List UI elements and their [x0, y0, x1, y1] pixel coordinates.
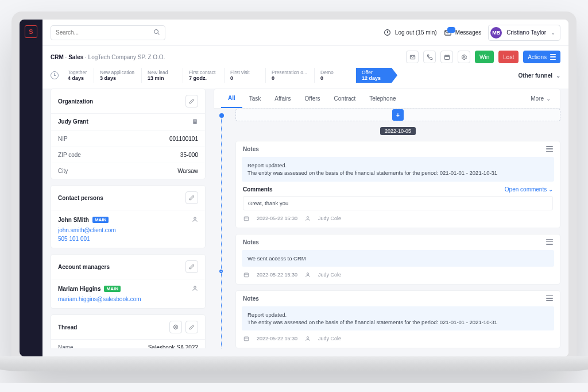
logout-link[interactable]: Log out (15 min)	[384, 29, 437, 37]
edit-contacts-button[interactable]	[185, 191, 198, 204]
org-contact-name: Judy Grant	[58, 118, 88, 126]
messages-link[interactable]: Messages	[444, 29, 482, 37]
managers-title: Account managers	[58, 264, 110, 270]
tab-telephone[interactable]: Telephone	[362, 90, 403, 107]
person-icon	[304, 271, 311, 278]
calendar-icon	[243, 335, 250, 342]
funnel-selector[interactable]: Other funnel ⌄	[519, 72, 560, 79]
timeline-date-pill: 2022-10-05	[380, 127, 416, 135]
tab-all[interactable]: All	[221, 89, 242, 108]
svg-point-9	[463, 56, 465, 58]
contact-persons-card: Contact persons John SMith	[51, 185, 206, 248]
note-heading: Notes	[243, 239, 259, 245]
mail-action-button[interactable]	[406, 51, 419, 63]
tab-contract[interactable]: Contract	[327, 90, 363, 107]
open-comments-link[interactable]: Open comments ⌄	[505, 186, 553, 193]
lost-button[interactable]: Lost	[498, 51, 519, 63]
stage-offer[interactable]: Offer 12 days	[356, 68, 397, 83]
contact-phone[interactable]: 505 101 001	[58, 236, 90, 242]
stage-new-lead[interactable]: New lead 13 min	[142, 68, 183, 83]
stage-first-contact[interactable]: First contact 7 godz.	[183, 68, 225, 83]
svg-line-1	[158, 33, 160, 34]
phone-action-button[interactable]	[423, 51, 436, 63]
note-body: Report updated. The entity was assessed …	[242, 306, 554, 331]
timeline-dot	[219, 113, 224, 118]
main-manager-tag: MAIN	[104, 286, 120, 292]
edit-thread-button[interactable]	[185, 321, 198, 333]
svg-point-26	[307, 337, 308, 339]
chevron-down-icon: ⌄	[546, 95, 551, 102]
left-column: Organization Judy Grant	[51, 89, 206, 348]
timeline-dot-open	[219, 270, 223, 273]
tab-offers[interactable]: Offers	[298, 90, 327, 107]
contact-email[interactable]: john.smith@client.com	[58, 227, 116, 233]
content-area: Organization Judy Grant	[42, 89, 568, 356]
stage-first-visit[interactable]: First visit 0	[225, 68, 266, 83]
settings-action-button[interactable]	[458, 51, 470, 63]
user-avatar: MB	[490, 27, 502, 39]
person-icon	[192, 285, 198, 293]
note-heading: Notes	[243, 295, 259, 302]
tab-task[interactable]: Task	[242, 90, 268, 107]
edit-organization-button[interactable]	[185, 95, 198, 107]
add-button[interactable]: +	[392, 109, 404, 121]
note-entry: Notes Report updated. The entity was ass…	[235, 141, 560, 228]
right-column: All Task Affairs Offers Contract Telepho…	[214, 89, 560, 348]
topbar: Log out (15 min) Messages MB Cristiano T…	[42, 20, 568, 46]
svg-point-17	[175, 326, 177, 328]
settings-thread-button[interactable]	[169, 321, 182, 333]
clock-icon	[384, 29, 392, 37]
chevron-down-icon: ⌄	[556, 72, 560, 79]
contact-person-name: John SMith	[58, 217, 89, 223]
stage-clock-icon	[51, 71, 59, 79]
thread-card: Thread Name	[51, 314, 206, 348]
menu-icon	[550, 54, 556, 60]
note-heading: Notes	[243, 146, 259, 152]
app-logo[interactable]: S	[25, 25, 37, 38]
search-icon	[153, 29, 160, 37]
messages-label: Messages	[455, 29, 482, 36]
chevron-down-icon: ⌄	[551, 29, 555, 36]
note-menu-icon[interactable]	[546, 239, 553, 245]
thread-title: Thread	[58, 324, 77, 330]
timeline-body: + 2022-10-05 Notes Report updated	[235, 109, 560, 348]
note-menu-icon[interactable]	[546, 146, 553, 152]
screen: S Log out (15 min)	[20, 20, 568, 356]
contacts-title: Contact persons	[58, 195, 103, 201]
edit-managers-button[interactable]	[185, 260, 198, 273]
person-icon	[304, 215, 311, 222]
svg-rect-14	[195, 121, 196, 122]
svg-point-23	[307, 273, 308, 275]
activity-tabs: All Task Affairs Offers Contract Telepho…	[214, 89, 560, 109]
person-icon	[192, 216, 198, 224]
note-body: We sent access to CRM	[242, 250, 554, 267]
tab-affairs[interactable]: Affairs	[268, 90, 297, 107]
svg-point-15	[194, 217, 196, 220]
manager-email[interactable]: mariam.higgins@salesbook.com	[58, 296, 141, 302]
note-menu-icon[interactable]	[546, 295, 553, 302]
stage-new-application[interactable]: New application 3 days	[94, 68, 142, 83]
search-input[interactable]	[56, 29, 153, 36]
svg-rect-12	[195, 120, 196, 121]
svg-rect-21	[244, 273, 249, 277]
mail-icon	[444, 29, 452, 37]
timeline-line	[214, 109, 230, 348]
svg-rect-13	[194, 121, 195, 122]
sidebar-nav: S	[20, 20, 42, 356]
actions-button[interactable]: Actions	[523, 51, 560, 63]
tabs-more[interactable]: More⌄	[528, 90, 553, 107]
main-area: Log out (15 min) Messages MB Cristiano T…	[42, 20, 568, 356]
search-input-wrapper[interactable]	[51, 25, 165, 40]
organization-card: Organization Judy Grant	[51, 89, 206, 179]
user-menu[interactable]: MB Cristiano Taylor ⌄	[488, 25, 560, 41]
stage-presentation[interactable]: Presentation o... 0	[266, 68, 315, 83]
add-activity-box[interactable]: +	[235, 109, 560, 121]
laptop-mockup: S Log out (15 min)	[11, 11, 577, 371]
calendar-action-button[interactable]	[440, 51, 453, 63]
timeline: + 2022-10-05 Notes Report updated	[214, 109, 560, 348]
breadcrumb-row: CRM · Sales · LogTech Company SP. Z O.O.…	[42, 46, 568, 68]
win-button[interactable]: Win	[475, 51, 494, 63]
building-icon	[192, 118, 198, 126]
organization-title: Organization	[58, 98, 93, 105]
stage-demo[interactable]: Demo 0	[315, 68, 356, 83]
